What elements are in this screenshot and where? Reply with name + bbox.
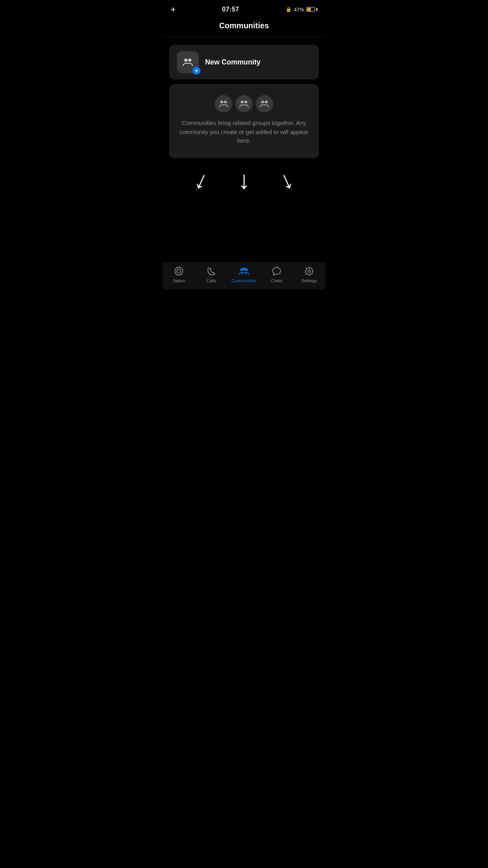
settings-nav-label: Settings (301, 278, 317, 283)
calls-icon-svg (206, 266, 216, 276)
status-bar: ✈ 07:57 🔒 47% (163, 0, 325, 17)
group-icon-2 (235, 95, 253, 112)
content-area: + New Community (163, 37, 325, 289)
groups-icons (215, 95, 273, 112)
screen: ✈ 07:57 🔒 47% Communities (163, 0, 325, 289)
plus-badge: + (193, 67, 200, 75)
nav-item-settings[interactable]: Settings (293, 266, 325, 283)
svg-point-5 (244, 101, 247, 103)
svg-point-10 (240, 268, 243, 271)
bottom-navigation: Status Calls Co (163, 262, 325, 289)
group-icon-1 (215, 95, 232, 112)
nav-item-status[interactable]: Status (163, 266, 195, 283)
settings-nav-icon (304, 266, 315, 277)
status-right: 🔒 47% (286, 7, 317, 13)
nav-item-calls[interactable]: Calls (195, 266, 228, 283)
svg-point-8 (175, 267, 183, 275)
groups-icon-svg-2 (239, 99, 249, 109)
page-header: Communities (163, 17, 325, 37)
status-icon-svg (174, 266, 184, 276)
groups-icon-svg-3 (259, 99, 270, 109)
svg-point-1 (188, 59, 191, 62)
arrows-container: ↓ ↓ ↓ (169, 158, 319, 193)
airplane-mode-indicator: ✈ (171, 6, 176, 13)
page-title: Communities (171, 21, 317, 30)
svg-point-6 (261, 101, 264, 103)
communities-nav-icon (238, 266, 250, 277)
chats-nav-icon (271, 266, 282, 277)
main-content: + New Community (163, 37, 325, 289)
nav-item-communities[interactable]: Communities (228, 266, 261, 283)
new-community-icon-wrapper: + (177, 51, 199, 73)
svg-point-2 (220, 101, 223, 103)
lock-icon: 🔒 (286, 7, 292, 12)
arrow-left: ↓ (191, 166, 213, 194)
svg-point-11 (245, 268, 248, 271)
svg-point-12 (242, 268, 245, 270)
battery-icon (306, 7, 317, 12)
info-description: Communities bring related groups togethe… (178, 119, 310, 145)
calls-nav-icon (206, 266, 217, 277)
communities-nav-label: Communities (231, 278, 257, 283)
status-nav-icon (173, 266, 184, 277)
battery-percent: 47% (294, 7, 304, 13)
svg-point-4 (241, 101, 244, 103)
svg-point-9 (177, 269, 181, 273)
new-community-label: New Community (205, 58, 261, 66)
communities-icon-svg (239, 266, 249, 276)
arrow-center: ↓ (238, 167, 250, 193)
status-time: 07:57 (222, 6, 239, 13)
svg-point-7 (265, 101, 268, 103)
community-people-icon (182, 57, 193, 68)
new-community-button[interactable]: + New Community (169, 45, 319, 79)
nav-item-chats[interactable]: Chats (260, 266, 293, 283)
chats-icon-svg (272, 266, 282, 276)
chats-nav-label: Chats (271, 278, 282, 283)
svg-point-3 (224, 101, 227, 103)
groups-icon-svg-1 (218, 99, 229, 109)
settings-icon-svg (304, 266, 314, 276)
arrow-right: ↓ (275, 166, 297, 194)
svg-point-0 (184, 59, 187, 62)
calls-nav-label: Calls (207, 278, 216, 283)
status-nav-label: Status (173, 278, 185, 283)
info-card: Communities bring related groups togethe… (169, 84, 319, 158)
svg-point-14 (306, 268, 313, 275)
svg-point-13 (308, 270, 310, 272)
group-icon-3 (256, 95, 273, 112)
